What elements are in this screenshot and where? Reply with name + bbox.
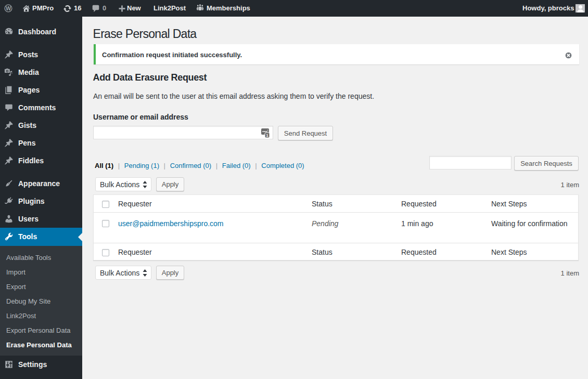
svg-text:1: 1 [266, 133, 269, 138]
svg-text:W: W [6, 5, 11, 11]
